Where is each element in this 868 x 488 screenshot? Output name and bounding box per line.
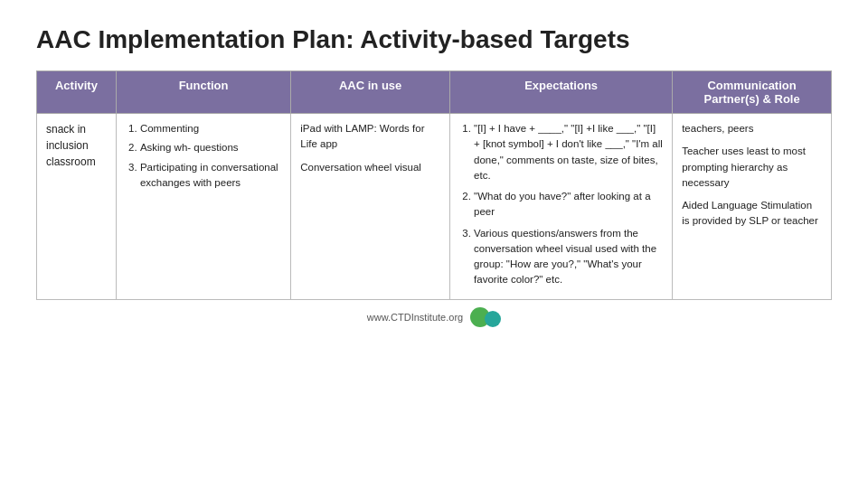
main-table: Activity Function AAC in use Expectation… xyxy=(36,70,832,300)
cell-activity: snack in inclusion classroom xyxy=(37,114,117,300)
footer: www.CTDInstitute.org xyxy=(36,307,832,327)
function-item-3: Participating in conversational exchange… xyxy=(140,160,281,192)
header-communication: Communication Partner(s) & Role xyxy=(673,71,832,114)
cell-expectations: "[I] + I have + ____," "[I] +I like ___,… xyxy=(450,114,673,300)
table-row: snack in inclusion classroom Commenting … xyxy=(37,114,832,300)
ctd-logo xyxy=(470,307,501,327)
aac-line1: iPad with LAMP: Words for Life app xyxy=(300,121,440,153)
expectation-2: "What do you have?" after looking at a p… xyxy=(474,189,663,221)
cell-communication: teachers, peers Teacher uses least to mo… xyxy=(673,114,832,300)
header-activity: Activity xyxy=(37,71,117,114)
page-title: AAC Implementation Plan: Activity-based … xyxy=(36,25,832,54)
expectation-1: "[I] + I have + ____," "[I] +I like ___,… xyxy=(474,121,663,183)
footer-url: www.CTDInstitute.org xyxy=(367,312,463,323)
comm-line2: Teacher uses least to most prompting hie… xyxy=(682,144,822,191)
page: AAC Implementation Plan: Activity-based … xyxy=(0,0,868,342)
header-function: Function xyxy=(116,71,290,114)
expectation-3: Various questions/answers from the conve… xyxy=(474,226,663,288)
function-item-2: Asking wh- questions xyxy=(140,140,281,155)
ctd-logo-teal-circle xyxy=(485,311,501,327)
aac-line2: Conversation wheel visual xyxy=(300,160,440,175)
comm-line1: teachers, peers xyxy=(682,121,822,136)
cell-function: Commenting Asking wh- questions Particip… xyxy=(116,114,290,300)
header-aac: AAC in use xyxy=(291,71,450,114)
header-expectations: Expectations xyxy=(450,71,673,114)
cell-aac: iPad with LAMP: Words for Life app Conve… xyxy=(291,114,450,300)
function-item-1: Commenting xyxy=(140,121,281,136)
comm-line3: Aided Language Stimulation is provided b… xyxy=(682,198,822,230)
